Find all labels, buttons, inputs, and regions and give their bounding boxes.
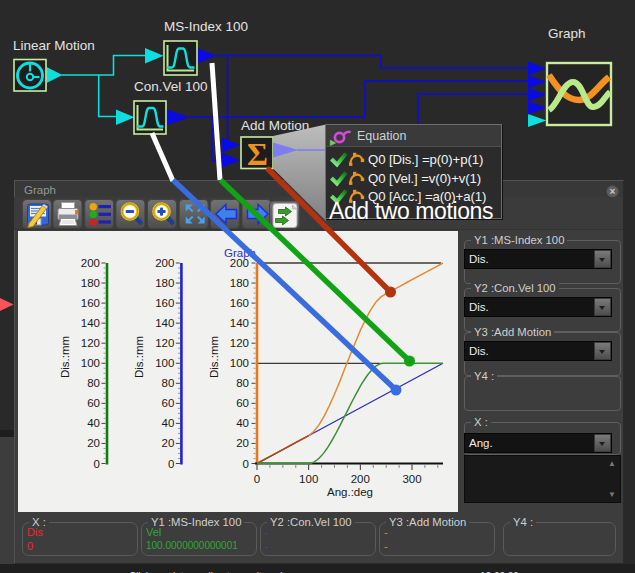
- svg-text:140: 140: [230, 317, 249, 329]
- svg-text:120: 120: [155, 337, 174, 349]
- svg-text:100: 100: [155, 357, 174, 369]
- svg-text:200: 200: [230, 257, 249, 269]
- svg-text:Ang.:deg: Ang.:deg: [327, 486, 373, 498]
- svg-text:80: 80: [236, 377, 249, 389]
- svg-text:Dis.:mm: Dis.:mm: [133, 336, 145, 378]
- svg-text:180: 180: [155, 277, 174, 289]
- svg-text:300: 300: [402, 473, 421, 485]
- svg-text:40: 40: [162, 417, 175, 429]
- svg-text:200: 200: [155, 257, 174, 269]
- svg-text:0: 0: [168, 458, 174, 470]
- svg-text:0: 0: [94, 458, 100, 470]
- svg-text:120: 120: [81, 337, 100, 349]
- svg-text:Σ: Σ: [247, 136, 268, 172]
- svg-text:Dis.:mm: Dis.:mm: [59, 336, 71, 378]
- svg-text:60: 60: [87, 397, 100, 409]
- svg-text:200: 200: [351, 473, 370, 485]
- svg-text:160: 160: [81, 297, 100, 309]
- svg-text:80: 80: [87, 377, 100, 389]
- svg-text:20: 20: [236, 437, 249, 449]
- svg-text:100: 100: [230, 357, 249, 369]
- svg-text:120: 120: [230, 337, 249, 349]
- svg-text:40: 40: [236, 417, 249, 429]
- svg-text:20: 20: [162, 437, 175, 449]
- svg-text:20: 20: [87, 437, 100, 449]
- svg-text:80: 80: [162, 377, 175, 389]
- svg-text:160: 160: [230, 297, 249, 309]
- svg-text:140: 140: [81, 317, 100, 329]
- svg-text:100: 100: [81, 357, 100, 369]
- svg-text:40: 40: [87, 417, 100, 429]
- svg-text:140: 140: [155, 317, 174, 329]
- svg-text:180: 180: [81, 277, 100, 289]
- svg-text:0: 0: [254, 473, 260, 485]
- svg-text:100: 100: [299, 473, 318, 485]
- svg-text:60: 60: [162, 397, 175, 409]
- svg-text:60: 60: [236, 397, 249, 409]
- svg-text:180: 180: [230, 277, 249, 289]
- svg-text:Dis.:mm: Dis.:mm: [208, 336, 220, 378]
- svg-text:160: 160: [155, 297, 174, 309]
- svg-text:0: 0: [243, 458, 249, 470]
- svg-text:200: 200: [81, 257, 100, 269]
